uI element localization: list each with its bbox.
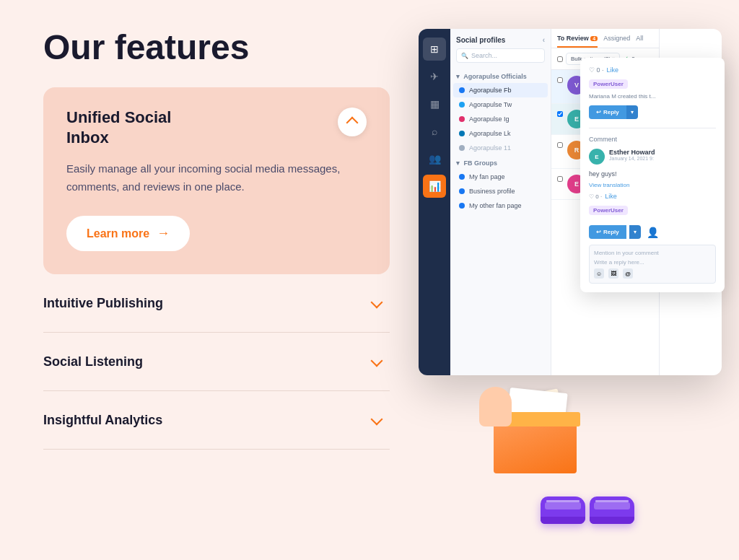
message-checkbox-1[interactable] — [557, 77, 563, 83]
comment-text: hey guys! — [589, 170, 716, 178]
accordion-listening[interactable]: Social Listening — [43, 333, 390, 391]
feature-description: Easily manage all your incoming social m… — [66, 160, 367, 196]
fb-icon-3 — [459, 188, 465, 194]
group-expand-icon2[interactable]: ▾ — [456, 159, 460, 167]
commenter-info: Esther Howard January 14, 2021 9: — [609, 149, 716, 165]
mention-icon[interactable]: @ — [623, 268, 633, 279]
sneaker-stripe-left — [545, 502, 581, 509]
learn-more-button[interactable]: Learn more → — [66, 216, 190, 251]
app-sidebar: ⊞ ✈ ▦ ⌕ 👥 📊 — [419, 29, 450, 375]
profile-item-other[interactable]: Agorapulse 11 — [453, 141, 548, 155]
reply-button[interactable]: ↩ Reply — [589, 105, 626, 119]
profile-item-lk[interactable]: Agorapulse Lk — [453, 126, 548, 141]
message-checkbox-4[interactable] — [557, 176, 563, 182]
sidebar-icon-calendar[interactable]: ▦ — [423, 92, 446, 115]
group-label-officials: ▾ Agorapulse Officials — [450, 69, 551, 83]
sidebar-icon-people[interactable]: 👥 — [423, 147, 446, 170]
profile-item-fanpage[interactable]: My fan page — [453, 170, 548, 184]
group-expand-icon[interactable]: ▾ — [456, 73, 460, 80]
bottom-reply-dropdown[interactable]: ▾ — [629, 225, 641, 239]
right-panel: ⊞ ✈ ▦ ⌕ 👥 📊 Social profiles ‹ 🔍 Search..… — [419, 29, 703, 531]
sneaker-lace-right — [595, 500, 629, 502]
power-user-badge-2: PowerUser — [589, 206, 628, 215]
expand-analytics-button[interactable] — [364, 407, 390, 433]
power-user-badge-1: PowerUser — [589, 79, 628, 89]
tab-assigned[interactable]: Assigned — [603, 35, 630, 48]
chevron-down-icon — [371, 296, 383, 308]
comment-section: Comment E Esther Howard January 14, 2021… — [589, 128, 716, 284]
comment-label: Comment — [589, 136, 716, 143]
accordion-analytics[interactable]: Insightful Analytics — [43, 391, 390, 450]
sneaker-left — [541, 496, 585, 524]
accordion-title-publishing: Intuitive Publishing — [43, 296, 163, 311]
feature-card-inbox: Unified Social Inbox Easily manage all y… — [43, 87, 390, 275]
reply-input-placeholder[interactable]: Write a reply here... — [594, 259, 711, 266]
messages-tabs: To Review 4 Assigned All — [551, 29, 659, 48]
tab-to-review[interactable]: To Review 4 — [557, 35, 598, 48]
sneaker-sole-left — [541, 517, 585, 524]
fb-icon — [459, 87, 465, 93]
to-review-badge: 4 — [590, 36, 598, 41]
created-by-text: Mariana M created this t... — [589, 93, 716, 100]
sidebar-icon-send[interactable]: ✈ — [423, 65, 446, 88]
profile-item-fb[interactable]: Agorapulse Fb — [453, 83, 548, 97]
fb-icon-2 — [459, 174, 465, 180]
view-translation[interactable]: View translation — [589, 182, 716, 188]
chevron-down-icon — [371, 354, 383, 367]
group-label-fb-groups: ▾ FB Groups — [450, 155, 551, 170]
profile-item-otherfanpage[interactable]: My other fan page — [453, 198, 548, 213]
chevron-down-icon — [371, 413, 383, 425]
assign-icon[interactable]: 👤 — [647, 227, 659, 238]
message-checkbox-3[interactable] — [557, 142, 563, 148]
hand-3d — [479, 387, 512, 426]
commenter-date: January 14, 2021 9: — [609, 156, 716, 161]
illustration-area — [472, 351, 703, 531]
tab-all[interactable]: All — [636, 35, 643, 48]
search-profiles-box[interactable]: 🔍 Search... — [456, 48, 545, 63]
social-profiles-panel: Social profiles ‹ 🔍 Search... ▾ Agorapul… — [450, 29, 551, 375]
reply-icon: ↩ — [596, 109, 601, 115]
sneaker-stripe-right — [594, 502, 630, 509]
page-title: Our features — [43, 29, 390, 67]
sidebar-icon-chart[interactable]: 📊 — [423, 175, 446, 198]
commenter-row: E Esther Howard January 14, 2021 9: — [589, 149, 716, 165]
profile-item-tw[interactable]: Agorapulse Tw — [453, 97, 548, 112]
sidebar-icon-grid[interactable]: ⊞ — [423, 38, 446, 61]
message-checkbox-2[interactable] — [557, 111, 563, 117]
bottom-reply-group: ↩ Reply ▾ 👤 — [589, 225, 716, 239]
chevron-up-icon — [346, 117, 359, 129]
like-link-2[interactable]: Like — [605, 193, 617, 200]
bottom-reply-button[interactable]: ↩ Reply — [589, 225, 626, 239]
like-link[interactable]: Like — [607, 66, 619, 74]
sneaker-sole-right — [590, 517, 634, 524]
reply-icon-2: ↩ — [596, 229, 601, 235]
expand-listening-button[interactable] — [364, 349, 390, 375]
box-body — [494, 423, 577, 473]
select-all-checkbox[interactable] — [557, 56, 563, 62]
detail-actions-top: ♡ 0 · Like — [589, 66, 716, 74]
reply-input-area: Mention in your comment Write a reply he… — [589, 245, 716, 284]
accordion-publishing[interactable]: Intuitive Publishing — [43, 274, 390, 333]
sneaker-lace-left — [546, 500, 580, 502]
page-container: Our features Unified Social Inbox Easily… — [0, 0, 739, 560]
accordion-title-analytics: Insightful Analytics — [43, 413, 162, 428]
lk-icon — [459, 131, 465, 136]
profile-item-ig[interactable]: Agorapulse Ig — [453, 112, 548, 126]
expand-publishing-button[interactable] — [364, 290, 390, 316]
left-panel: Our features Unified Social Inbox Easily… — [43, 29, 390, 531]
emoji-icon[interactable]: ☺ — [594, 268, 604, 279]
reply-dropdown-button[interactable]: ▾ — [626, 105, 638, 119]
arrow-right-icon: → — [157, 226, 170, 241]
sidebar-icon-search[interactable]: ⌕ — [423, 120, 446, 143]
input-icons: ☺ 🖼 @ — [594, 268, 711, 279]
image-icon[interactable]: 🖼 — [608, 268, 618, 279]
sneakers-illustration — [541, 496, 634, 524]
collapse-inbox-button[interactable] — [338, 108, 367, 136]
feature-card-header: Unified Social Inbox — [66, 108, 367, 149]
profile-item-business[interactable]: Business profile — [453, 184, 548, 198]
feature-title: Unified Social Inbox — [66, 108, 171, 149]
fb-icon-4 — [459, 203, 465, 209]
collapse-profiles-icon[interactable]: ‹ — [543, 36, 545, 44]
mention-hint: Mention in your comment — [594, 250, 711, 256]
commenter-name: Esther Howard — [609, 149, 716, 156]
